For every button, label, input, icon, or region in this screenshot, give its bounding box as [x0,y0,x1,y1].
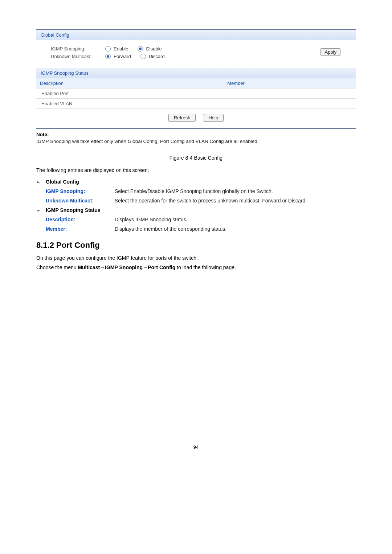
para2-arrow2: → [143,264,148,270]
table-row: Enabled Port [36,89,356,99]
igmp-snooping-label: IGMP Snooping: [41,46,105,52]
row-enabled-vlan-member [116,99,356,109]
para1: On this page you can configure the IGMP … [36,255,356,261]
intro-line: The following entries are displayed on t… [36,167,356,173]
bullet-icon: ➢ [36,180,46,185]
row-enabled-port: Enabled Port [36,89,116,99]
radio-unknown-discard-label: Discard [149,54,165,59]
def-member: Member: Displays the member of the corre… [46,226,356,232]
figure-caption: Figure 8-4 Basic Config [36,155,356,161]
desc-igmp-snooping: Select Enable/Disable IGMP Snooping func… [115,188,356,194]
radio-unknown-forward[interactable] [105,54,111,59]
global-config-body: IGMP Snooping: Enable Disable Unknown Mu… [36,40,356,68]
bullet-global: ➢ Global Config [36,179,356,185]
status-header: IGMP Snooping Status [36,68,356,78]
desc-unknown-multicast: Select the operation for the switch to p… [115,198,356,204]
unknown-multicast-label: Unknown Multicast: [41,54,105,59]
def-unknown-multicast: Unknown Multicast: Select the operation … [46,198,356,204]
panel-divider [36,128,356,129]
para2-b2: IGMP Snooping [105,264,143,270]
term-unknown-multicast: Unknown Multicast: [46,198,115,204]
status-table: Description Member Enabled Port Enabled … [36,78,356,109]
desc-description: Displays IGMP Snooping status. [115,217,356,222]
para2-b1: Multicast [78,264,100,270]
row-enabled-port-member [116,89,356,99]
bullet-global-title: Global Config [46,179,79,185]
radio-unknown-discard[interactable] [140,54,146,59]
term-igmp-snooping: IGMP Snooping: [46,188,115,194]
radio-igmp-enable-label: Enable [114,46,128,52]
bullet-status-title: IGMP Snooping Status [46,207,101,213]
config-panel: Global Config IGMP Snooping: Enable Disa… [36,29,356,129]
igmp-snooping-row: IGMP Snooping: Enable Disable [41,46,191,52]
term-member: Member: [46,226,115,232]
section-heading: 8.1.2 Port Config [36,241,356,250]
para2: Choose the menu Multicast→IGMP Snooping→… [36,264,356,270]
radio-igmp-disable[interactable] [138,46,143,52]
page-number: 94 [36,444,356,450]
def-description: Description: Displays IGMP Snooping stat… [46,217,356,222]
note-label: Note: [36,132,356,137]
radio-igmp-disable-label: Disable [146,46,162,52]
desc-member: Displays the member of the corresponding… [115,226,356,232]
para2-arrow1: → [100,264,105,270]
global-config-header: Global Config [36,30,356,40]
para2-pre: Choose the menu [36,264,78,270]
help-button[interactable]: Help [203,114,224,122]
apply-button[interactable]: Apply [320,48,340,56]
button-row: Refresh Help [36,109,356,128]
unknown-multicast-row: Unknown Multicast: Forward Discard [41,54,191,59]
bullet-status: ➢ IGMP Snooping Status [36,207,356,213]
note-text: IGMP Snooping will take effect only when… [36,139,356,144]
def-igmp-snooping: IGMP Snooping: Select Enable/Disable IGM… [46,188,356,194]
refresh-button[interactable]: Refresh [168,114,196,122]
para2-b3: Port Config [148,264,175,270]
table-row: Enabled VLAN [36,99,356,109]
row-enabled-vlan: Enabled VLAN [36,99,116,109]
col-description: Description [36,78,116,89]
radio-igmp-enable[interactable] [105,46,111,52]
para2-post: to load the following page. [175,264,236,270]
bullet-icon: ➢ [36,208,46,213]
term-description: Description: [46,217,115,222]
col-member: Member [116,78,356,89]
radio-unknown-forward-label: Forward [114,54,131,59]
